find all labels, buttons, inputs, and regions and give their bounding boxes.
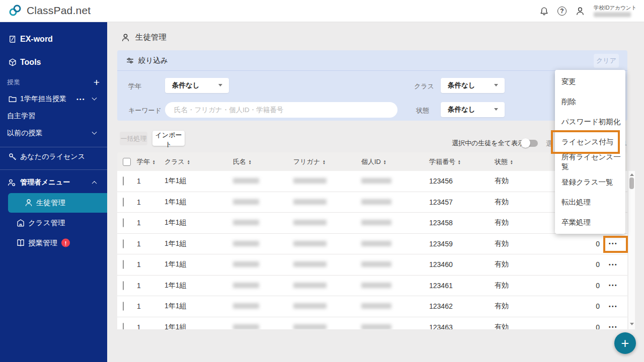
user-account-icon[interactable] (575, 6, 585, 16)
sidebar-item-class-management[interactable]: クラス管理 (0, 216, 107, 230)
column-header[interactable]: クラス▴▾ (165, 157, 233, 166)
grade-filter-value: 条件なし (172, 81, 200, 90)
kana-cell-redacted (293, 323, 361, 329)
sidebar-item-lesson-management[interactable]: 授業管理 ! (0, 236, 107, 250)
sort-icon[interactable]: ▴▾ (249, 159, 251, 164)
sidebar-item-label: 以前の授業 (7, 129, 42, 138)
redacted-text (233, 324, 259, 329)
row-checkbox[interactable] (123, 198, 124, 207)
bulk-action-button[interactable]: 一括処理 (120, 132, 147, 145)
column-header[interactable]: 学籍番号▴▾ (429, 157, 495, 166)
chevron-up-icon[interactable] (92, 180, 97, 186)
help-icon[interactable]: ? (557, 7, 567, 16)
scrollbar-thumb[interactable] (629, 177, 634, 189)
sort-icon[interactable]: ▴▾ (511, 159, 513, 164)
lessons-section-label: 授業 (7, 78, 20, 87)
column-header[interactable]: 氏名▴▾ (233, 157, 293, 166)
context-menu-item[interactable]: 卒業処理 (555, 212, 625, 232)
class-filter-select[interactable]: 条件なし (441, 78, 505, 93)
sort-icon[interactable]: ▴▾ (323, 159, 325, 164)
sort-icon[interactable]: ▴▾ (188, 159, 190, 164)
personal-id-cell-redacted (361, 177, 429, 185)
classpad-logo[interactable]: ClassPad.net (8, 4, 91, 18)
sidebar-item-label: EX-word (20, 35, 53, 44)
sidebar-item-exword[interactable]: EX-word (0, 32, 107, 46)
name-cell-redacted (233, 260, 293, 268)
class-cell: 1年1組 (165, 176, 233, 186)
column-header[interactable]: 個人ID▴▾ (361, 157, 429, 166)
sidebar-item-admin-menu[interactable]: 管理者メニュー (0, 175, 107, 190)
sidebar-item-previous-lessons[interactable]: 以前の授業 (0, 126, 107, 140)
column-header-label: クラス (165, 157, 185, 166)
chevron-down-icon[interactable] (92, 95, 97, 100)
context-menu-item[interactable]: 所有ライセンス一覧 (555, 152, 625, 172)
table-scrollbar[interactable] (628, 171, 635, 329)
kana-cell-redacted (293, 198, 361, 206)
sort-icon[interactable]: ▴▾ (153, 159, 155, 164)
status-cell: 有効 (495, 302, 580, 311)
grade-filter-select[interactable]: 条件なし (165, 78, 229, 93)
select-all-checkbox[interactable] (123, 158, 131, 166)
sidebar-item-label: クラス管理 (28, 218, 65, 228)
row-checkbox[interactable] (123, 218, 124, 227)
row-more-options-button[interactable]: ••• (605, 301, 622, 312)
column-header[interactable]: 学年▴▾ (137, 157, 165, 166)
sidebar-item-tools[interactable]: Tools (0, 55, 107, 69)
import-button[interactable]: インポート (152, 131, 185, 146)
row-more-options-button[interactable]: ••• (605, 259, 622, 270)
notification-bell-icon[interactable] (539, 6, 549, 16)
open-book-icon (16, 238, 25, 247)
sidebar-item-self-study[interactable]: 自主学習 (0, 109, 107, 123)
account-info[interactable]: 学校IDアカウント (594, 5, 637, 17)
context-menu-item[interactable]: パスワード初期化 (555, 112, 625, 132)
row-checkbox[interactable] (123, 323, 124, 329)
class-cell: 1年1組 (165, 218, 233, 227)
sort-icon[interactable]: ▴▾ (458, 159, 460, 164)
redacted-text (361, 324, 391, 329)
column-header-label: 学年 (137, 157, 150, 166)
student-number-cell: 123456 (429, 177, 495, 185)
context-menu-item[interactable]: ライセンス付与 (555, 132, 625, 152)
sidebar-item-your-license[interactable]: あなたのライセンス (0, 150, 107, 164)
scroll-down-arrow-icon[interactable] (630, 323, 634, 325)
sidebar-item-student-management-active[interactable]: 生徒管理 (8, 193, 107, 213)
add-student-fab[interactable]: + (614, 332, 636, 354)
folder-options-icon[interactable]: ••• (76, 96, 86, 102)
redacted-text (233, 303, 259, 309)
scroll-up-arrow-icon[interactable] (630, 173, 634, 176)
row-more-options-button[interactable]: ••• (605, 322, 622, 329)
context-menu-item[interactable]: 登録クラス一覧 (555, 172, 625, 192)
row-checkbox[interactable] (123, 176, 124, 186)
context-menu-item[interactable]: 削除 (555, 92, 625, 112)
personal-id-cell-redacted (361, 282, 429, 290)
sort-icon[interactable]: ▴▾ (384, 159, 386, 164)
row-checkbox[interactable] (123, 239, 124, 248)
row-more-options-button[interactable]: ••• (605, 280, 622, 291)
table-row: 11年1組123458有効0••• (117, 213, 627, 234)
redacted-text (233, 178, 259, 184)
sidebar-divider (0, 169, 107, 170)
row-checkbox[interactable] (123, 302, 124, 311)
context-menu-item[interactable]: 転出処理 (555, 192, 625, 212)
row-checkbox[interactable] (123, 260, 124, 269)
sidebar-section-lessons: 授業 + (0, 75, 107, 89)
grade-cell: 1 (137, 282, 165, 290)
class-cell: 1年1組 (165, 323, 233, 329)
row-checkbox[interactable] (123, 281, 124, 290)
add-lesson-button[interactable]: + (94, 77, 100, 87)
class-cell: 1年1組 (165, 260, 233, 269)
clear-filter-button[interactable]: クリア (594, 54, 619, 68)
keyword-search-input[interactable] (165, 102, 397, 118)
chevron-down-icon[interactable] (92, 129, 97, 134)
license-count-cell: 0 (580, 260, 603, 268)
student-number-cell: 123463 (429, 323, 495, 329)
context-menu-item[interactable]: 変更 (555, 71, 625, 92)
status-filter-select[interactable]: 条件なし (441, 102, 505, 117)
column-header[interactable]: フリガナ▴▾ (293, 157, 361, 166)
grade-cell: 1 (137, 177, 165, 185)
row-more-options-button[interactable]: ••• (605, 238, 622, 249)
toggle-knob (521, 138, 530, 148)
table-row: 11年1組123459有効0••• (117, 234, 627, 255)
show-selected-toggle[interactable] (522, 140, 538, 147)
sidebar-item-lesson-folder[interactable]: 1学年担当授業 ••• (0, 92, 107, 106)
